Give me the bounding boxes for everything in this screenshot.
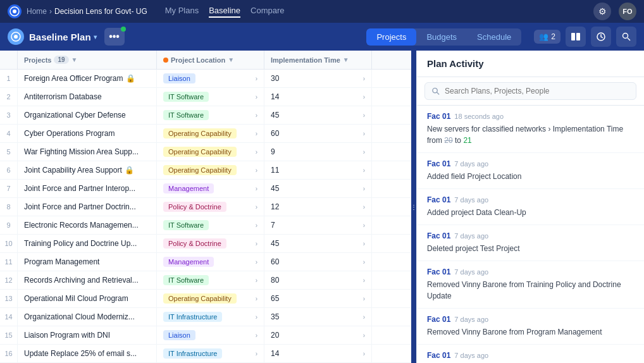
my-plans-link[interactable]: My Plans [165, 6, 199, 18]
row-num: 10 [0, 235, 18, 252]
table-row[interactable]: 6 Joint Capability Area Support 🔒 Operat… [0, 161, 411, 180]
activity-meta: Fac 01 7 days ago [427, 315, 634, 324]
table-row[interactable]: 5 War Fighting Mission Area Supp... Oper… [0, 143, 411, 161]
category-badge: IT Software [163, 220, 209, 230]
category-badge: Policy & Doctrine [163, 238, 226, 249]
plan-menu-button[interactable]: ••• [104, 28, 125, 46]
home-link[interactable]: Home [27, 7, 47, 16]
expand-icon[interactable]: › [256, 222, 257, 229]
project-name-text: Joint Capability Area Support [24, 166, 122, 175]
project-name: Foreign Area Officer Program 🔒 [18, 70, 157, 87]
impl-expand-icon[interactable]: › [363, 350, 365, 357]
people-button[interactable]: 👥 2 [534, 30, 560, 44]
impl-expand-icon[interactable]: › [363, 94, 365, 101]
project-location: Operating Capability › [157, 290, 264, 307]
impl-expand-icon[interactable]: › [363, 240, 365, 247]
lock-icon: 🔒 [126, 74, 135, 83]
expand-icon[interactable]: › [256, 112, 257, 119]
table-row[interactable]: 7 Joint Force and Partner Interop... Man… [0, 180, 411, 198]
search-input[interactable] [445, 87, 629, 95]
impl-expand-icon[interactable]: › [363, 314, 365, 321]
row-extra [372, 161, 411, 179]
impl-expand-icon[interactable]: › [363, 167, 365, 174]
impl-expand-icon[interactable]: › [363, 112, 365, 119]
user-avatar[interactable]: FO [619, 3, 636, 20]
activity-item: Fac 01 7 days ago Removed Vinny Barone f… [417, 261, 644, 309]
expand-icon[interactable]: › [256, 277, 257, 284]
activity-user: Fac 01 [427, 315, 450, 324]
location-filter-icon[interactable]: ▼ [228, 56, 234, 63]
search-icon [431, 87, 440, 95]
expand-icon[interactable]: › [256, 75, 257, 82]
category-badge: Liaison [163, 73, 195, 83]
expand-icon[interactable]: › [256, 295, 257, 302]
project-name: Cyber Operations Program [18, 125, 157, 142]
expand-icon[interactable]: › [256, 332, 257, 339]
impl-expand-icon[interactable]: › [363, 75, 365, 82]
impl-time-filter-icon[interactable]: ▼ [343, 56, 349, 63]
column-layout-button[interactable] [566, 27, 586, 47]
activity-clock-button[interactable] [591, 27, 611, 47]
table-row[interactable]: 10 Training Policy and Doctrine Up... Po… [0, 235, 411, 253]
table-row[interactable]: 12 Records Archiving and Retrieval... IT… [0, 271, 411, 290]
table-row[interactable]: 2 Antiterrorism Database IT Software › 1… [0, 88, 411, 106]
baseline-link[interactable]: Baseline [209, 6, 240, 18]
impl-expand-icon[interactable]: › [363, 130, 365, 137]
tab-projects[interactable]: Projects [366, 28, 416, 46]
expand-icon[interactable]: › [256, 167, 257, 174]
settings-button[interactable]: ⚙ [593, 3, 611, 20]
impl-expand-icon[interactable]: › [363, 204, 365, 211]
menu-dots-label: ••• [109, 31, 120, 42]
category-badge: Management [163, 257, 214, 267]
table-row[interactable]: 15 Liaison Program with DNI Liaison › 20… [0, 326, 411, 345]
tab-budgets[interactable]: Budgets [416, 28, 467, 46]
impl-expand-icon[interactable]: › [363, 295, 365, 302]
impl-expand-icon[interactable]: › [363, 222, 365, 229]
projects-filter-icon[interactable]: ▼ [71, 56, 78, 63]
table-row[interactable]: 14 Organizational Cloud Moderniz... IT I… [0, 308, 411, 326]
activity-meta: Fac 01 18 seconds ago [427, 112, 634, 121]
table-row[interactable]: 11 Program Management Management › 60 › [0, 253, 411, 271]
resize-divider[interactable]: ⋮ [411, 51, 416, 363]
expand-icon[interactable]: › [256, 240, 257, 247]
project-location: IT Software › [157, 216, 264, 234]
table-row[interactable]: 16 Update Replace 25% of email s... IT I… [0, 345, 411, 363]
breadcrumb-parent[interactable]: Decision Lens for Govt- UG [54, 7, 147, 16]
table-row[interactable]: 13 Operational Mil Cloud Program Operati… [0, 290, 411, 308]
table-row[interactable]: 9 Electronic Records Managemen... IT Sof… [0, 216, 411, 235]
expand-icon[interactable]: › [256, 94, 257, 101]
impl-time-value: 65 › [264, 290, 372, 307]
expand-icon[interactable]: › [256, 350, 257, 357]
notification-dot [121, 27, 126, 32]
expand-icon[interactable]: › [256, 149, 257, 156]
impl-expand-icon[interactable]: › [363, 185, 365, 192]
project-location: Operating Capability › [157, 125, 264, 142]
compare-link[interactable]: Compare [251, 6, 284, 18]
plan-title[interactable]: Baseline Plan ▾ [29, 32, 97, 42]
impl-expand-icon[interactable]: › [363, 332, 365, 339]
impl-expand-icon[interactable]: › [363, 259, 365, 266]
table-row[interactable]: 3 Organizational Cyber Defense IT Softwa… [0, 106, 411, 125]
expand-icon[interactable]: › [256, 185, 257, 192]
impl-expand-icon[interactable]: › [363, 277, 365, 284]
project-location: IT Software › [157, 106, 264, 124]
activity-meta: Fac 01 7 days ago [427, 231, 634, 240]
tab-schedule[interactable]: Schedule [467, 28, 521, 46]
expand-icon[interactable]: › [256, 314, 257, 321]
project-location: Policy & Doctrine › [157, 235, 264, 252]
table-row[interactable]: 1 Foreign Area Officer Program 🔒 Liaison… [0, 70, 411, 88]
search-button[interactable] [616, 27, 636, 47]
table-row[interactable]: 8 Joint Force and Partner Doctrin... Pol… [0, 198, 411, 216]
row-num: 5 [0, 143, 18, 161]
table-row[interactable]: 4 Cyber Operations Program Operating Cap… [0, 125, 411, 143]
project-name: War Fighting Mission Area Supp... [18, 143, 157, 161]
project-name: Liaison Program with DNI [18, 326, 157, 344]
activity-user: Fac 01 [427, 351, 450, 360]
svg-rect-5 [576, 33, 580, 40]
impl-expand-icon[interactable]: › [363, 149, 365, 156]
activity-item: Fac 01 18 seconds ago New servers for cl… [417, 106, 644, 153]
expand-icon[interactable]: › [256, 204, 257, 211]
plan-title-chevron: ▾ [94, 34, 97, 40]
expand-icon[interactable]: › [256, 130, 257, 137]
expand-icon[interactable]: › [256, 259, 257, 266]
